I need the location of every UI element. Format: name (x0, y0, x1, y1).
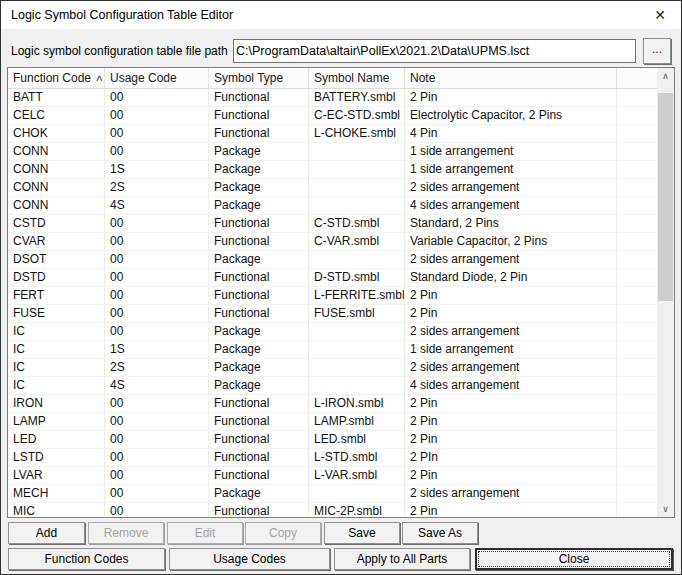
cell-note: 2 sides arrangement (405, 323, 617, 340)
table-row[interactable]: LED 00 Functional LED.smbl 2 Pin (8, 431, 657, 449)
table-row[interactable]: IC 00 Package 2 sides arrangement (8, 323, 657, 341)
table-row[interactable]: CONN 4S Package 4 sides arrangement (8, 197, 657, 215)
scrollbar-track[interactable] (657, 84, 674, 501)
scroll-down-icon[interactable]: ∨ (657, 501, 674, 517)
cell-note: 2 Pin (405, 287, 617, 304)
cell-note: 2 Pin (405, 305, 617, 322)
cell-note: 4 sides arrangement (405, 377, 617, 394)
cell-symbol-type: Package (209, 179, 309, 196)
cell-function-code: CELC (8, 107, 105, 124)
table-row[interactable]: LAMP 00 Functional LAMP.smbl 2 Pin (8, 413, 657, 431)
browse-button[interactable]: ... (643, 38, 671, 64)
cell-note: 1 side arrangement (405, 341, 617, 358)
cell-function-code: CONN (8, 143, 105, 160)
cell-symbol-name: LED.smbl (309, 431, 405, 448)
remove-button[interactable]: Remove (88, 522, 164, 544)
cell-note: Electrolytic Capacitor, 2 Pins (405, 107, 617, 124)
cell-note: 2 PIn (405, 449, 617, 466)
cell-filler (617, 341, 657, 358)
cell-function-code: LSTD (8, 449, 105, 466)
cell-filler (617, 287, 657, 304)
table-row[interactable]: DSOT 00 Package 2 sides arrangement (8, 251, 657, 269)
table-row[interactable]: IC 1S Package 1 side arrangement (8, 341, 657, 359)
table-row[interactable]: CELC 00 Functional C-EC-STD.smbl Electro… (8, 107, 657, 125)
save-as-button[interactable]: Save As (402, 522, 478, 544)
column-header-function-code[interactable]: Function Code ∧ (8, 68, 105, 88)
symbol-config-table: Function Code ∧ Usage Code Symbol Type S… (7, 67, 675, 518)
titlebar[interactable]: Logic Symbol Configuration Table Editor … (1, 1, 681, 29)
column-header-note[interactable]: Note (405, 68, 617, 88)
table-row[interactable]: MECH 00 Package 2 sides arrangement (8, 485, 657, 503)
cell-usage-code: 00 (105, 485, 209, 502)
cell-symbol-type: Functional (209, 305, 309, 322)
cell-symbol-name (309, 197, 405, 214)
cell-symbol-type: Functional (209, 413, 309, 430)
table-row[interactable]: IC 2S Package 2 sides arrangement (8, 359, 657, 377)
column-header-usage-code[interactable]: Usage Code (105, 68, 209, 88)
scroll-up-icon[interactable]: ∧ (657, 68, 674, 84)
edit-button[interactable]: Edit (167, 522, 243, 544)
cell-symbol-name (309, 377, 405, 394)
cell-symbol-name: MIC-2P.smbl (309, 503, 405, 517)
cell-function-code: IC (8, 377, 105, 394)
cell-function-code: IC (8, 323, 105, 340)
copy-button[interactable]: Copy (245, 522, 321, 544)
table-row[interactable]: CHOK 00 Functional L-CHOKE.smbl 4 Pin (8, 125, 657, 143)
table-row[interactable]: FUSE 00 Functional FUSE.smbl 2 Pin (8, 305, 657, 323)
scrollbar-thumb[interactable] (658, 93, 673, 301)
table-row[interactable]: LSTD 00 Functional L-STD.smbl 2 PIn (8, 449, 657, 467)
cell-function-code: IRON (8, 395, 105, 412)
cell-note: 2 sides arrangement (405, 251, 617, 268)
table-row[interactable]: MIC 00 Functional MIC-2P.smbl 2 Pin (8, 503, 657, 517)
apply-to-all-parts-button[interactable]: Apply to All Parts (334, 548, 470, 570)
cell-symbol-type: Functional (209, 449, 309, 466)
table-row[interactable]: CONN 1S Package 1 side arrangement (8, 161, 657, 179)
cell-symbol-name: L-VAR.smbl (309, 467, 405, 484)
cell-symbol-type: Functional (209, 269, 309, 286)
close-icon[interactable]: ✕ (649, 4, 671, 26)
cell-symbol-name: L-STD.smbl (309, 449, 405, 466)
window-title: Logic Symbol Configuration Table Editor (11, 8, 649, 22)
cell-symbol-type: Functional (209, 503, 309, 517)
cell-filler (617, 305, 657, 322)
table-row[interactable]: IC 4S Package 4 sides arrangement (8, 377, 657, 395)
file-path-input[interactable] (233, 39, 636, 63)
header-filler (617, 68, 657, 88)
sort-ascending-icon: ∧ (95, 69, 104, 88)
cell-symbol-type: Functional (209, 287, 309, 304)
cell-note: 4 Pin (405, 125, 617, 142)
table-row[interactable]: FERT 00 Functional L-FERRITE.smbl 2 Pin (8, 287, 657, 305)
usage-codes-button[interactable]: Usage Codes (169, 548, 330, 570)
cell-symbol-type: Package (209, 197, 309, 214)
cell-usage-code: 2S (105, 359, 209, 376)
function-codes-button[interactable]: Function Codes (8, 548, 165, 570)
cell-symbol-name: FUSE.smbl (309, 305, 405, 322)
cell-filler (617, 89, 657, 106)
cell-usage-code: 00 (105, 89, 209, 106)
column-header-symbol-name[interactable]: Symbol Name (309, 68, 405, 88)
table-row[interactable]: BATT 00 Functional BATTERY.smbl 2 Pin (8, 89, 657, 107)
cell-filler (617, 197, 657, 214)
cell-symbol-type: Package (209, 485, 309, 502)
cell-filler (617, 143, 657, 160)
cell-note: 1 side arrangement (405, 143, 617, 160)
add-button[interactable]: Add (8, 522, 85, 544)
save-button[interactable]: Save (324, 522, 400, 544)
cell-note: 2 Pin (405, 89, 617, 106)
table-row[interactable]: CONN 00 Package 1 side arrangement (8, 143, 657, 161)
vertical-scrollbar[interactable]: ∧ ∨ (657, 68, 674, 517)
cell-symbol-type: Functional (209, 233, 309, 250)
table-row[interactable]: CSTD 00 Functional C-STD.smbl Standard, … (8, 215, 657, 233)
logic-symbol-config-dialog: Logic Symbol Configuration Table Editor … (0, 0, 682, 575)
cell-note: Variable Capacitor, 2 Pins (405, 233, 617, 250)
close-button[interactable]: Close (475, 548, 673, 570)
table-row[interactable]: IRON 00 Functional L-IRON.smbl 2 Pin (8, 395, 657, 413)
table-row[interactable]: DSTD 00 Functional D-STD.smbl Standard D… (8, 269, 657, 287)
cell-function-code: LAMP (8, 413, 105, 430)
table-row[interactable]: LVAR 00 Functional L-VAR.smbl 2 Pin (8, 467, 657, 485)
column-header-symbol-type[interactable]: Symbol Type (209, 68, 309, 88)
table-row[interactable]: CVAR 00 Functional C-VAR.smbl Variable C… (8, 233, 657, 251)
cell-symbol-name (309, 179, 405, 196)
file-path-label: Logic symbol configuration table file pa… (11, 44, 233, 58)
table-row[interactable]: CONN 2S Package 2 sides arrangement (8, 179, 657, 197)
